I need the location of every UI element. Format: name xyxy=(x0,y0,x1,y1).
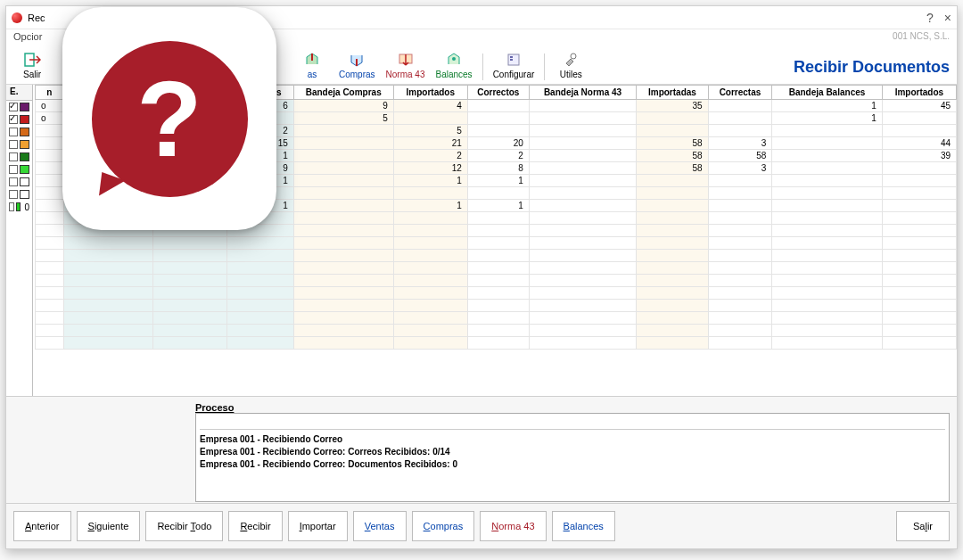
svg-rect-3 xyxy=(508,54,519,65)
toolbar-salir[interactable]: Salir xyxy=(13,50,51,80)
table-cell: o xyxy=(36,112,64,125)
column-header[interactable]: Bandeja Compras xyxy=(293,86,393,100)
legend-checkbox[interactable] xyxy=(9,128,18,136)
column-header[interactable]: Bandeja Norma 43 xyxy=(529,86,637,100)
balances-button[interactable]: Balances xyxy=(552,511,615,541)
legend-checkbox[interactable] xyxy=(9,115,18,124)
legend-item[interactable] xyxy=(6,151,32,163)
ventas-button[interactable]: Ventas xyxy=(353,511,407,541)
table-cell xyxy=(293,137,393,150)
table-row[interactable] xyxy=(36,275,957,287)
toolbar-ventas[interactable]: as xyxy=(293,50,331,80)
legend-panel: E. 0 xyxy=(6,85,33,396)
toolbar-norma43[interactable]: Norma 43 xyxy=(383,50,428,80)
column-header[interactable]: Correctos xyxy=(467,86,529,100)
column-header[interactable]: Bandeja Balances xyxy=(772,86,882,100)
table-cell: 39 xyxy=(882,150,956,162)
legend-item[interactable] xyxy=(6,101,32,113)
legend-checkbox[interactable] xyxy=(9,165,18,174)
recibir-button[interactable]: Recibir xyxy=(228,511,282,541)
toolbar-utiles[interactable]: Utiles xyxy=(552,50,589,80)
company-code: 001 NCS, S.L. xyxy=(893,31,950,45)
norma43-button[interactable]: Norma 43 xyxy=(480,511,546,541)
help-overlay-badge: ? xyxy=(62,7,276,230)
table-cell xyxy=(708,187,772,200)
table-cell: 58 xyxy=(637,137,708,150)
table-cell: 2 xyxy=(467,150,529,162)
table-cell xyxy=(708,112,772,125)
proceso-line: Empresa 001 - Recibiendo Correo xyxy=(200,433,945,446)
column-header[interactable]: Importados xyxy=(393,86,467,100)
table-cell xyxy=(36,187,64,200)
legend-header: E. xyxy=(6,85,32,101)
importar-button[interactable]: Importar xyxy=(288,511,348,541)
legend-checkbox[interactable] xyxy=(9,140,18,149)
siguiente-button[interactable]: Siguiente xyxy=(77,511,141,541)
toolbar-configurar[interactable]: Configurar xyxy=(490,50,538,80)
table-cell xyxy=(293,125,393,137)
question-bubble-icon: ? xyxy=(92,41,248,197)
toolbar-separator xyxy=(482,54,483,80)
legend-checkbox[interactable] xyxy=(9,177,18,186)
help-icon[interactable]: ? xyxy=(926,11,934,25)
table-cell: 1 xyxy=(393,200,467,212)
toolbar-balances[interactable]: Balances xyxy=(432,50,474,80)
table-cell: 5 xyxy=(293,112,393,125)
legend-color-swatch xyxy=(20,177,29,186)
recibir-todo-button[interactable]: Recibir Todo xyxy=(145,511,223,541)
menu-opciones[interactable]: Opcior xyxy=(13,31,42,45)
legend-item[interactable] xyxy=(6,176,32,188)
legend-item[interactable] xyxy=(6,113,32,126)
compras-icon xyxy=(347,51,366,69)
table-cell: 20 xyxy=(467,137,529,150)
salir-button[interactable]: Salir xyxy=(896,511,950,541)
compras-button[interactable]: Compras xyxy=(412,511,475,541)
table-cell xyxy=(293,175,393,187)
legend-color-swatch xyxy=(20,103,29,111)
configure-icon xyxy=(504,51,523,69)
table-cell xyxy=(708,125,772,137)
table-row[interactable] xyxy=(36,337,957,350)
table-cell xyxy=(36,150,64,162)
legend-checkbox[interactable] xyxy=(9,190,18,199)
table-cell: 8 xyxy=(467,162,529,175)
table-row[interactable] xyxy=(36,300,957,312)
table-row[interactable] xyxy=(36,250,957,262)
table-row[interactable] xyxy=(36,287,957,300)
table-row[interactable] xyxy=(36,312,957,325)
table-cell: 9 xyxy=(293,100,393,112)
legend-color-swatch xyxy=(20,190,29,199)
legend-checkbox[interactable] xyxy=(9,103,18,111)
table-cell xyxy=(529,187,637,200)
table-cell: 45 xyxy=(882,100,956,112)
legend-item[interactable]: 0 xyxy=(6,201,32,213)
toolbar-compras[interactable]: Compras xyxy=(336,50,378,80)
column-header[interactable]: Importadas xyxy=(637,86,708,100)
column-header[interactable]: Correctas xyxy=(708,86,772,100)
column-header[interactable]: Importados xyxy=(882,86,956,100)
table-cell: 21 xyxy=(393,137,467,150)
legend-item[interactable] xyxy=(6,188,32,201)
anterior-button[interactable]: Anterior xyxy=(13,511,71,541)
table-cell: o xyxy=(36,100,64,112)
legend-checkbox[interactable] xyxy=(9,152,18,161)
table-cell xyxy=(637,125,708,137)
table-row[interactable] xyxy=(36,237,957,250)
legend-item[interactable] xyxy=(6,126,32,138)
table-row[interactable] xyxy=(36,262,957,275)
legend-color-swatch xyxy=(16,202,21,211)
legend-item[interactable] xyxy=(6,163,32,176)
table-cell xyxy=(772,200,882,212)
legend-checkbox[interactable] xyxy=(9,202,14,211)
legend-item[interactable] xyxy=(6,138,32,151)
table-cell xyxy=(882,112,956,125)
table-cell: 1 xyxy=(772,112,882,125)
proceso-log[interactable]: Empresa 001 - Recibiendo CorreoEmpresa 0… xyxy=(195,413,950,502)
svg-rect-4 xyxy=(510,56,513,58)
exit-icon xyxy=(22,51,42,69)
table-row[interactable] xyxy=(36,325,957,337)
column-header[interactable]: n xyxy=(36,86,64,100)
table-cell xyxy=(393,187,467,200)
close-icon[interactable]: × xyxy=(944,11,951,25)
norma43-icon xyxy=(396,51,416,69)
